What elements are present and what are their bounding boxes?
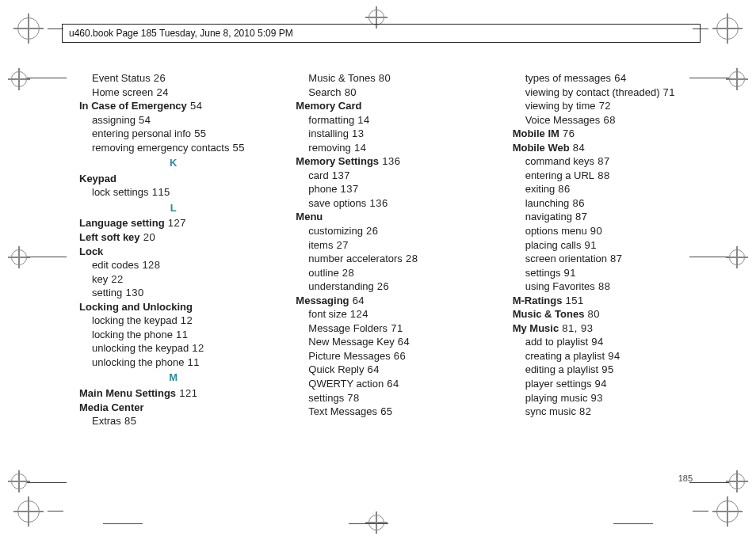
entry-page: 12 xyxy=(189,342,204,354)
entry-page: 137 xyxy=(329,169,350,181)
entry-text: sync music xyxy=(525,405,576,417)
reg-mark-icon xyxy=(368,515,384,530)
index-subentry: installing 13 xyxy=(296,127,483,141)
entry-text: Extras xyxy=(92,415,121,427)
section-letter: L xyxy=(79,201,267,215)
entry-page: 124 xyxy=(347,308,368,320)
reg-mark-icon xyxy=(716,500,739,523)
index-subentry: playing music 93 xyxy=(513,391,701,405)
entry-text: editing a playlist xyxy=(525,363,599,375)
entry-page: 127 xyxy=(165,217,186,229)
entry-text: assigning xyxy=(92,114,136,126)
entry-page: 81, 93 xyxy=(559,322,593,334)
index-subentry: New Message Key 64 xyxy=(296,335,483,349)
index-subentry: locking the phone 11 xyxy=(79,328,267,342)
entry-text: screen orientation xyxy=(525,253,607,264)
entry-text: understanding xyxy=(308,280,373,292)
index-subentry: assigning 54 xyxy=(79,113,267,127)
index-subentry: locking the keypad 12 xyxy=(79,314,267,328)
entry-text: Music & Tones xyxy=(308,72,375,84)
entry-page: 136 xyxy=(379,155,400,167)
entry-page: 86 xyxy=(569,197,585,209)
entry-page: 80 xyxy=(342,86,357,98)
index-subentry: Event Status 26 xyxy=(79,71,267,86)
index-subentry: Text Messages 65 xyxy=(296,405,483,419)
index-subentry: launching 86 xyxy=(513,196,701,211)
entry-text: placing calls xyxy=(525,239,582,251)
reg-mark-icon xyxy=(729,473,745,489)
entry-page: 91 xyxy=(581,239,597,251)
entry-text: command keys xyxy=(525,155,594,167)
entry-text: customizing xyxy=(308,225,363,237)
entry-text: Main Menu Settings xyxy=(79,387,176,399)
index-subentry: Voice Messages 68 xyxy=(513,113,701,127)
entry-text: Locking and Unlocking xyxy=(79,301,193,313)
entry-text: New Message Key xyxy=(308,336,394,348)
index-subentry: navigating 87 xyxy=(513,210,701,224)
index-subentry: unlocking the keypad 12 xyxy=(79,341,267,356)
index-heading: Language setting 127 xyxy=(79,216,267,230)
entry-text: phone xyxy=(308,183,337,195)
entry-page: 64 xyxy=(395,336,410,348)
index-subentry: command keys 87 xyxy=(513,154,701,169)
header-text: u460.book Page 185 Tuesday, June 8, 2010… xyxy=(69,28,293,39)
entry-page: 115 xyxy=(149,186,170,198)
entry-text: playing music xyxy=(525,392,588,404)
entry-page: 78 xyxy=(344,392,360,404)
index-subentry: items 27 xyxy=(296,238,483,253)
index-subentry: viewing by contact (threaded) 71 xyxy=(513,86,701,100)
entry-text: Text Messages xyxy=(308,405,377,417)
section-letter: K xyxy=(79,156,267,170)
entry-text: Memory Settings xyxy=(296,155,379,167)
index-subentry: Home screen 24 xyxy=(79,86,267,100)
entry-text: Language setting xyxy=(79,217,165,229)
entry-page: 28 xyxy=(403,253,418,264)
index-subentry: phone 137 xyxy=(296,182,483,196)
crop-bar xyxy=(27,78,67,78)
entry-text: save options xyxy=(308,197,366,209)
index-heading: Memory Settings 136 xyxy=(296,154,483,169)
index-heading: M-Ratings 151 xyxy=(513,294,701,308)
entry-text: Home screen xyxy=(92,86,153,98)
entry-text: installing xyxy=(308,127,349,139)
crop-bar xyxy=(103,523,143,524)
entry-page: 85 xyxy=(121,415,137,427)
entry-text: locking the keypad xyxy=(92,314,178,326)
reg-mark-icon xyxy=(17,500,40,523)
entry-text: Mobile Web xyxy=(513,142,570,154)
entry-text: font size xyxy=(308,308,346,320)
entry-page: 22 xyxy=(108,273,124,285)
index-subentry: entering personal info 55 xyxy=(79,127,267,141)
entry-text: Media Center xyxy=(79,401,144,413)
reg-mark-icon xyxy=(716,17,739,40)
index-subentry: viewing by time 72 xyxy=(513,99,701,113)
reg-mark-icon xyxy=(368,10,384,25)
entry-page: 71 xyxy=(659,86,675,98)
entry-text: number accelerators xyxy=(308,253,403,264)
entry-page: 93 xyxy=(587,392,603,404)
entry-page: 94 xyxy=(605,350,620,362)
index-heading: My Music 81, 93 xyxy=(513,321,701,336)
entry-page: 87 xyxy=(594,155,610,167)
index-subentry: using Favorites 88 xyxy=(513,280,701,294)
entry-page: 12 xyxy=(178,314,193,326)
entry-text: options menu xyxy=(525,225,587,237)
index-subentry: Search 80 xyxy=(296,86,483,100)
entry-page: 64 xyxy=(364,363,380,375)
entry-text: Quick Reply xyxy=(308,363,364,375)
index-subentry: customizing 26 xyxy=(296,224,483,238)
index-columns: Event Status 26Home screen 24In Case of … xyxy=(79,71,701,428)
entry-page: 136 xyxy=(366,197,388,209)
reg-mark-icon xyxy=(11,71,27,87)
entry-text: edit codes xyxy=(92,259,139,271)
entry-text: key xyxy=(92,273,108,285)
entry-page: 151 xyxy=(563,295,584,306)
entry-text: Memory Card xyxy=(296,100,361,112)
entry-text: unlocking the phone xyxy=(92,356,184,368)
entry-page: 65 xyxy=(377,405,393,417)
entry-page: 14 xyxy=(354,114,370,126)
entry-page: 121 xyxy=(176,387,197,399)
index-subentry: Quick Reply 64 xyxy=(296,363,483,377)
crop-bar xyxy=(27,257,67,257)
entry-page: 90 xyxy=(587,225,603,237)
